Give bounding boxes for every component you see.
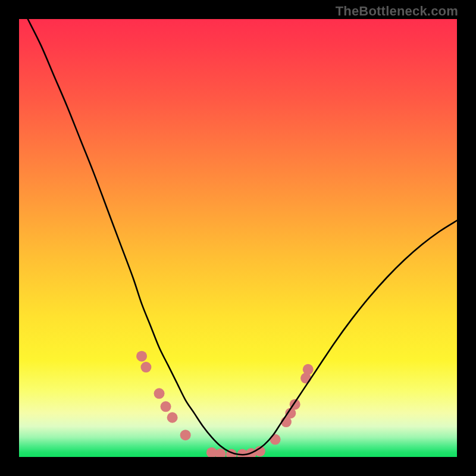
left-dot-6 [180,430,191,440]
left-dot-4 [161,401,171,412]
left-dot-1 [136,351,147,362]
chart-svg [19,19,457,457]
left-dot-3 [154,388,165,399]
plot-area [19,19,457,457]
left-dot-5 [167,412,178,423]
chart-frame: TheBottleneck.com [0,0,476,476]
watermark-text: TheBottleneck.com [336,4,458,19]
right-dot-6 [303,364,314,375]
bottleneck-curve [28,19,457,455]
markers-group [136,351,314,457]
right-dot-1 [270,434,281,445]
trough-dot-2 [215,449,226,457]
left-dot-2 [140,362,151,372]
